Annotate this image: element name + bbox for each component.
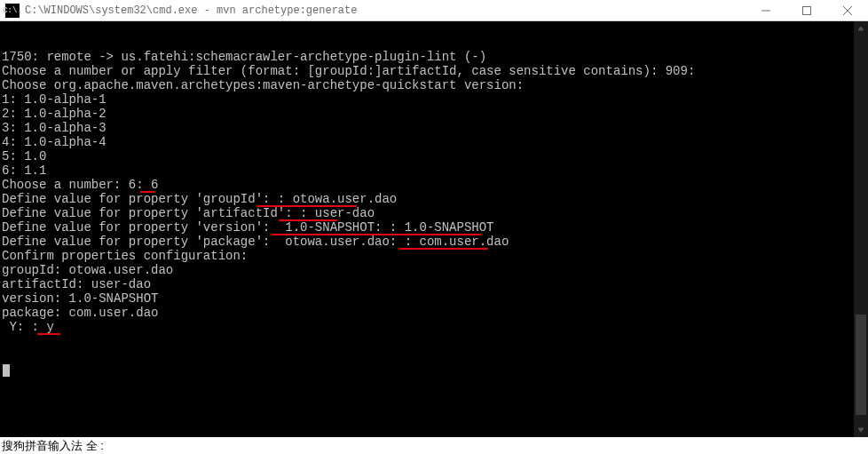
terminal-line: 3: 1.0-alpha-3	[2, 121, 866, 135]
cmd-icon: C:\.	[5, 4, 20, 18]
terminal-line: Y: : y	[2, 320, 866, 334]
terminal-line: Choose a number: 6: 6	[2, 178, 866, 192]
highlight-underline	[37, 333, 60, 335]
terminal-line: package: com.user.dao	[2, 306, 866, 320]
svg-rect-1	[803, 6, 811, 14]
terminal-line: 1750: remote -> us.fatehi:schemacrawler-…	[2, 50, 866, 64]
terminal-line: 4: 1.0-alpha-4	[2, 135, 866, 149]
terminal-line: Define value for property 'version': 1.0…	[2, 220, 866, 235]
terminal-line: 5: 1.0	[2, 149, 866, 163]
svg-marker-5	[858, 428, 864, 432]
terminal-line: Define value for property 'groupId': : o…	[2, 192, 866, 206]
scroll-up-button[interactable]	[854, 21, 868, 36]
terminal-line: 1: 1.0-alpha-1	[2, 92, 866, 107]
scroll-down-button[interactable]	[854, 423, 868, 437]
minimize-button[interactable]	[746, 0, 786, 21]
terminal-line: Choose org.apache.maven.archetypes:maven…	[2, 78, 866, 92]
terminal-line: version: 1.0-SNAPSHOT	[2, 291, 866, 306]
text-cursor	[3, 364, 10, 377]
vertical-scrollbar[interactable]	[854, 21, 868, 437]
scrollbar-thumb[interactable]	[856, 315, 866, 415]
terminal-line: 2: 1.0-alpha-2	[2, 107, 866, 121]
terminal-line: Choose a number or apply filter (format:…	[2, 64, 866, 78]
terminal-line: 6: 1.1	[2, 163, 866, 178]
terminal-line: Confirm properties configuration:	[2, 249, 866, 263]
terminal-line: artifactId: user-dao	[2, 277, 866, 291]
window-title: C:\WINDOWS\system32\cmd.exe - mvn archet…	[25, 4, 357, 17]
scrollbar-track[interactable]	[854, 36, 868, 423]
maximize-button[interactable]	[786, 0, 827, 21]
terminal-line: groupId: otowa.user.dao	[2, 263, 866, 277]
ime-status-bar: 搜狗拼音输入法 全 :	[0, 437, 868, 454]
ime-text: 搜狗拼音输入法 全 :	[2, 438, 104, 454]
close-button[interactable]	[827, 0, 868, 21]
svg-marker-4	[858, 27, 864, 30]
terminal-output[interactable]: 1750: remote -> us.fatehi:schemacrawler-…	[0, 21, 868, 437]
terminal-line: Define value for property 'package': oto…	[2, 235, 866, 249]
window-titlebar: C:\. C:\WINDOWS\system32\cmd.exe - mvn a…	[0, 0, 868, 21]
terminal-line: Define value for property 'artifactId': …	[2, 206, 866, 220]
